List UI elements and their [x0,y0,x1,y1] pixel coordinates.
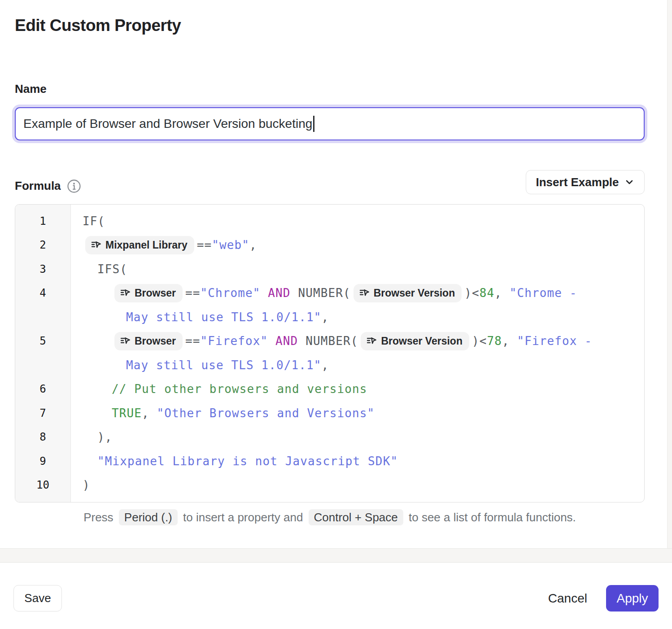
formula-editor-code: IF(Mixpanel Library=="web",IFS(Browser==… [71,205,644,502]
code-token: NUMBER( [305,334,358,348]
keyboard-shortcut-chip: Control + Space [309,509,403,525]
line-number [15,305,70,329]
property-chip-label: Browser Version [381,335,463,347]
code-token: )< [464,286,480,300]
code-line: Mixpanel Library=="web", [83,233,644,258]
code-token: , [322,358,329,372]
line-number: 5 [15,329,70,354]
code-token: ) [83,478,90,492]
property-chip[interactable]: Browser [114,284,183,302]
code-line: ) [83,473,644,498]
apply-button[interactable]: Apply [606,585,659,612]
code-token: NUMBER( [298,286,350,300]
code-token: "Firefox" [201,334,268,348]
code-token: // Put other browsers and versions [112,382,367,396]
line-number: 2 [15,233,70,258]
property-chip[interactable]: Browser Version [353,284,462,302]
dialog-footer: Save Cancel Apply [0,562,672,629]
code-token: , [494,286,510,300]
code-token: 84 [480,286,495,300]
code-line: "Mixpanel Library is not Javascript SDK" [83,449,644,473]
name-input[interactable]: Example of Browser and Browser Version b… [15,107,645,140]
code-line: TRUE, "Other Browsers and Versions" [83,401,644,425]
property-chip-label: Browser Version [374,287,455,299]
code-token: "web" [212,238,249,252]
chevron-down-icon [624,177,634,187]
code-line: Browser=="Firefox" AND NUMBER(Browser Ve… [83,329,644,354]
event-property-cursor-icon [91,240,101,250]
line-number: 8 [15,425,70,450]
code-token: AND [261,286,298,300]
name-field-label: Name [15,82,47,96]
code-token: ), [97,430,113,444]
code-token: May still use TLS 1.0/1.1" [126,358,322,372]
event-property-cursor-icon [359,288,370,298]
code-token: AND [268,334,305,348]
code-token: 78 [487,334,502,348]
code-token: , [142,406,157,420]
line-number: 7 [15,401,70,425]
property-chip[interactable]: Browser [114,332,183,350]
code-token: "Chrome - [510,286,577,300]
line-number [15,353,70,377]
line-number: 4 [15,281,70,306]
formula-editor[interactable]: 12345678910 IF(Mixpanel Library=="web",I… [15,204,645,502]
code-token: )< [472,334,487,348]
cancel-button[interactable]: Cancel [548,591,587,606]
line-number: 10 [15,473,70,498]
line-number: 3 [15,257,70,281]
property-chip[interactable]: Browser Version [361,332,469,350]
code-token: TRUE [112,406,142,420]
code-token: , [249,238,257,252]
content-bottom-band [0,548,672,562]
formula-hint: Press Period (.) to insert a property an… [15,511,645,524]
code-token: "Other Browsers and Versions" [157,406,375,420]
line-number: 6 [15,377,70,402]
name-input-value: Example of Browser and Browser Version b… [23,117,312,131]
code-line: IF( [83,209,644,233]
insert-example-label: Insert Example [536,175,619,189]
code-line: // Put other browsers and versions [83,377,644,402]
code-token: == [185,334,201,348]
code-token: May still use TLS 1.0/1.1" [126,310,322,324]
code-token: == [197,238,212,252]
event-property-cursor-icon [120,288,131,298]
hint-text: to see a list of formula functions. [406,511,576,524]
property-chip-label: Mixpanel Library [105,239,188,251]
hint-text: Press [83,511,117,524]
code-token: IFS( [97,262,127,276]
code-line: ), [83,425,644,450]
code-token: IF( [83,214,105,228]
property-chip-label: Browser [135,335,176,347]
line-number: 1 [15,209,70,233]
code-token: , [322,310,329,324]
event-property-cursor-icon [120,336,131,346]
code-token: "Mixpanel Library is not Javascript SDK" [97,454,398,468]
formula-editor-gutter: 12345678910 [15,205,71,502]
code-token: , [502,334,517,348]
scrollbar-track [667,0,672,548]
hint-text: to insert a property and [180,511,306,524]
info-icon[interactable] [66,178,82,194]
page-title: Edit Custom Property [15,16,181,35]
code-line: Browser=="Chrome" AND NUMBER(Browser Ver… [83,281,644,306]
save-button[interactable]: Save [13,585,62,612]
footer-actions: Cancel Apply [548,585,659,612]
code-line: May still use TLS 1.0/1.1", [83,305,644,329]
event-property-cursor-icon [366,336,377,346]
insert-example-button[interactable]: Insert Example [526,170,645,194]
code-line: May still use TLS 1.0/1.1", [83,353,644,377]
code-token: "Chrome" [201,286,261,300]
formula-label: Formula [15,179,61,193]
property-chip[interactable]: Mixpanel Library [85,236,194,254]
keyboard-shortcut-chip: Period (.) [119,509,178,525]
property-chip-label: Browser [135,287,176,299]
code-token: == [185,286,201,300]
code-token: "Firefox - [517,334,592,348]
line-number: 9 [15,449,70,473]
text-caret [313,116,314,132]
code-line: IFS( [83,257,644,281]
